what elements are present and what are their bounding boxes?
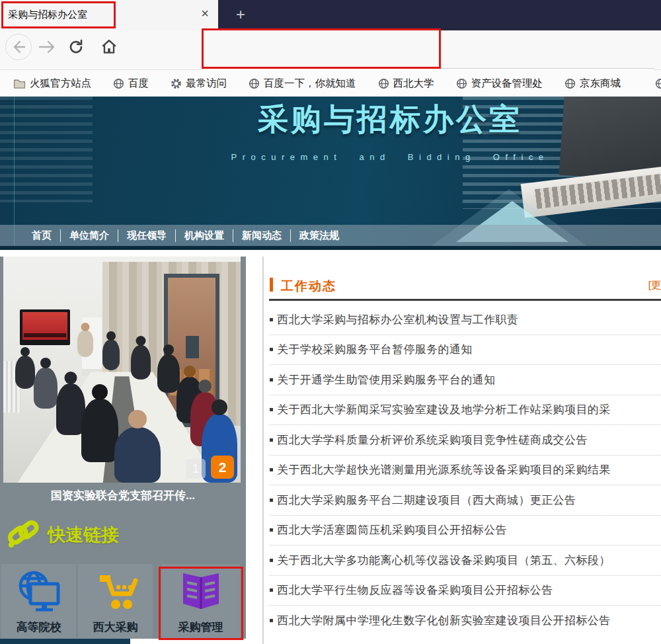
news-item[interactable]: 关于西北大学新闻采写实验室建设及地学分析工作站采购项目的采 [269,395,661,426]
photo-person [77,331,93,357]
news-item[interactable]: 西北大学附属中学理化生数字化创新实验室建设项目公开招标公告 [269,606,661,636]
news-item[interactable]: 关于西北大学超快光谱测量用光源系统等设备采购项目的采购结果 [269,456,661,486]
news-item[interactable]: 西北大学活塞圆筒压机采购项目公开招标公告 [269,516,661,546]
bullet-icon [270,408,273,411]
bookmark-label: 京东商城 [580,77,621,91]
photo-person [34,368,58,409]
bookmark-label: 西北大学 [393,77,434,91]
bullet-icon [270,378,273,382]
photo-tv-people-row [24,333,66,337]
tab-title: 采购与招标办公室 [8,9,87,21]
slideshow-photo[interactable]: 1 2 [3,257,241,483]
reload-button[interactable] [69,39,85,55]
news-section: 工作动态 [更 西北大学采购与招标办公室机构设置与工作职责 关于学校采购服务平台… [269,270,661,644]
news-link-text: 关于开通学生助管使用采购服务平台的通知 [277,372,496,387]
nav-item-leaders[interactable]: 现任领导 [118,229,176,242]
news-item[interactable]: 关于开通学生助管使用采购服务平台的通知 [269,365,661,395]
quick-links-title: 快速链接 [48,523,119,547]
site-subtitle: Procurement and Bidding Office [185,152,595,162]
bookmark-baidu[interactable]: 百度 [113,77,149,91]
news-item[interactable]: 西北大学采购服务平台二期建设项目（西大商城）更正公告 [269,485,661,516]
news-header: 工作动态 [更 [269,270,661,301]
news-link-text: 西北大学采购服务平台二期建设项目（西大商城）更正公告 [277,493,576,508]
news-item[interactable]: 西北大学学科质量分析评价系统采购项目竞争性磋商成交公告 [269,425,661,456]
bookmark-most-visited[interactable]: 最常访问 [171,77,227,91]
bookmarks-bar: 火狐官方站点 百度 最常访问 百度一下，你就知道 西北大学 资产设备管理处 京东… [0,70,661,97]
open-book-icon [176,564,225,620]
bookmark-nwu[interactable]: 西北大学 [378,77,434,91]
globe-icon [655,78,661,89]
close-icon[interactable]: × [201,6,209,21]
header-accent-bar [270,278,273,292]
news-item[interactable]: 关于学校采购服务平台暂停服务的通知 [269,335,661,366]
more-link[interactable]: [更 [648,279,661,292]
home-icon [100,38,118,56]
tile-universities[interactable]: 高等院校 [1,564,76,639]
nav-item-home[interactable]: 首页 [23,229,61,242]
tile-procurement-management[interactable]: 采购管理 [161,564,240,639]
quick-links-header: 快速链接 [5,516,119,554]
news-link-text: 西北大学平行生物反应器等设备采购项目公开招标公告 [277,583,553,598]
slideshow-pager: 1 2 [186,456,234,479]
bullet-icon [270,619,273,622]
news-link-text: 关于西北大学超快光谱测量用光源系统等设备采购项目的采购结果 [277,462,611,477]
gear-icon [171,78,182,89]
photo-person [102,340,120,370]
tile-label: 西大采购 [93,620,138,635]
home-button[interactable] [100,38,118,56]
news-list: 西北大学采购与招标办公室机构设置与工作职责 关于学校采购服务平台暂停服务的通知 … [269,305,661,636]
nav-item-policy[interactable]: 政策法规 [291,229,348,242]
bookmark-partial[interactable] [655,78,661,89]
news-item[interactable]: 西北大学平行生物反应器等设备采购项目公开招标公告 [269,576,661,606]
tile-label: 采购管理 [178,620,223,635]
globe-monitor-icon [15,564,63,620]
pager-page-2-active[interactable]: 2 [211,456,234,479]
bullet-icon [270,559,273,562]
bookmark-asset-dept[interactable]: 资产设备管理处 [456,77,543,91]
site-title: 采购与招标办公室 [185,99,595,140]
bookmark-jd[interactable]: 京东商城 [564,77,621,91]
tile-xida-procurement[interactable]: 西大采购 [78,564,153,639]
nav-item-about[interactable]: 单位简介 [61,229,118,242]
nav-item-structure[interactable]: 机构设置 [176,229,233,242]
bookmark-baidu-search[interactable]: 百度一下，你就知道 [249,77,356,91]
folder-icon [13,78,26,89]
news-link-text: 西北大学附属中学理化生数字化创新实验室建设项目公开招标公告 [277,613,611,628]
photo-person [157,354,180,393]
bookmark-label: 资产设备管理处 [471,77,543,91]
news-item[interactable]: 关于西北大学多功能离心机等仪器设备采购项目（第五、六标段） [269,545,661,576]
photo-person [131,345,151,380]
pager-page-1[interactable]: 1 [186,459,206,479]
banner-bottom-strip [0,246,661,250]
column-divider [262,257,264,644]
globe-icon [113,78,124,89]
forward-button[interactable] [38,40,56,54]
slideshow-caption[interactable]: 国资实验联合党支部召开传... [0,488,246,503]
browser-window: 采购与招标办公室 × + https://zcc.nwu.edu.cn 火狐官方… [0,0,661,644]
globe-icon [564,78,576,89]
news-link-text: 西北大学活塞圆筒压机采购项目公开招标公告 [277,522,507,538]
photo-door-handle [186,336,199,358]
site-banner: 采购与招标办公室 Procurement and Bidding Office … [0,97,661,250]
photo-person [15,356,35,389]
navigation-toolbar: https://zcc.nwu.edu.cn [0,30,661,70]
forward-arrow-icon [38,40,56,54]
new-tab-button[interactable]: + [230,4,251,25]
bookmark-folder-firefox[interactable]: 火狐官方站点 [13,77,91,91]
reload-icon [69,39,85,55]
globe-icon [456,78,467,89]
left-sidebar: 1 2 国资实验联合党支部召开传... 快速链接 [0,257,246,639]
photo-person [81,399,118,462]
tab-procurement-office[interactable]: 采购与招标办公室 × [0,0,218,30]
bookmark-label: 最常访问 [186,77,227,91]
back-button[interactable] [5,34,32,60]
news-link-text: 关于西北大学新闻采写实验室建设及地学分析工作站采购项目的采 [277,402,611,417]
bullet-icon [270,499,273,502]
bullet-icon [270,468,273,471]
back-arrow-icon [6,34,31,60]
bookmark-label: 火狐官方站点 [30,77,91,91]
nav-item-news[interactable]: 新闻动态 [233,229,291,242]
news-item[interactable]: 西北大学采购与招标办公室机构设置与工作职责 [269,305,661,335]
news-link-text: 关于西北大学多功能离心机等仪器设备采购项目（第五、六标段） [277,553,611,568]
photo-person [114,427,161,483]
